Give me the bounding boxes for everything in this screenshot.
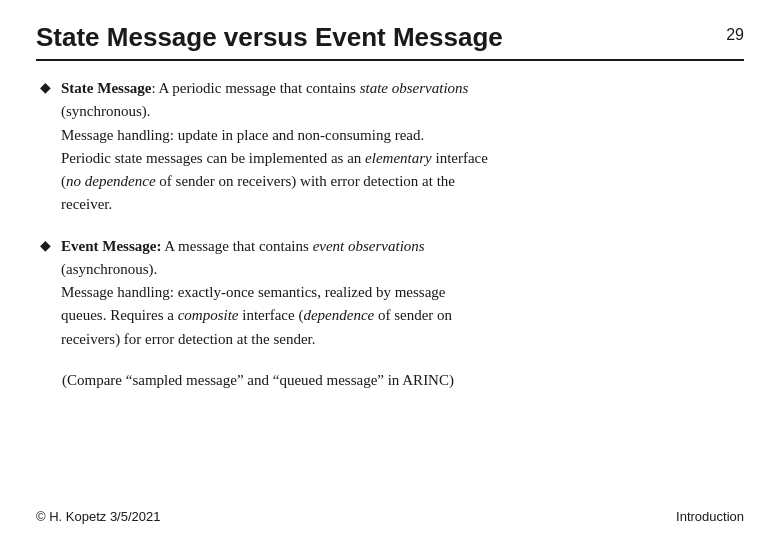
state-line5: receiver. xyxy=(61,196,112,212)
header-divider xyxy=(36,59,744,61)
event-line3b: interface ( xyxy=(238,307,303,323)
event-message-item: ◆ Event Message: A message that contains… xyxy=(40,235,740,351)
state-message-colon: : A periodic message that contains xyxy=(151,80,359,96)
state-line2: Message handling: update in place and no… xyxy=(61,127,424,143)
compare-text: (Compare “sampled message” and “queued m… xyxy=(62,369,740,392)
event-line4: receivers) for error detection at the se… xyxy=(61,331,315,347)
elementary-text: elementary xyxy=(365,150,432,166)
event-line3c: of sender on xyxy=(374,307,452,323)
state-line3a: Periodic state messages can be implement… xyxy=(61,150,365,166)
event-line2: Message handling: exactly-once semantics… xyxy=(61,284,445,300)
state-line3b: interface xyxy=(432,150,488,166)
event-message-text: Event Message: A message that contains e… xyxy=(61,235,452,351)
state-message-label: State Message xyxy=(61,80,151,96)
state-message-item: ◆ State Message: A periodic message that… xyxy=(40,77,740,217)
state-observations: state observations xyxy=(360,80,469,96)
bullet-diamond-2: ◆ xyxy=(40,237,51,254)
event-observations: event observations xyxy=(313,238,425,254)
footer: © H. Kopetz 3/5/2021 Introduction xyxy=(36,509,744,524)
slide-number: 29 xyxy=(726,26,744,44)
state-line1: (synchronous). xyxy=(61,103,151,119)
composite-text: composite xyxy=(178,307,239,323)
slide-title: State Message versus Event Message xyxy=(36,22,503,53)
footer-copyright: © H. Kopetz 3/5/2021 xyxy=(36,509,161,524)
event-line1: (asynchronous). xyxy=(61,261,157,277)
no-dependence-text: no dependence xyxy=(66,173,156,189)
slide-container: State Message versus Event Message 29 ◆ … xyxy=(0,0,780,540)
event-line3a: queues. Requires a xyxy=(61,307,178,323)
header-area: State Message versus Event Message 29 xyxy=(36,22,744,53)
event-message-label: Event Message: xyxy=(61,238,161,254)
event-message-intro: A message that contains xyxy=(161,238,312,254)
dependence-text: dependence xyxy=(303,307,374,323)
content-area: ◆ State Message: A periodic message that… xyxy=(36,77,744,392)
bullet-diamond-1: ◆ xyxy=(40,79,51,96)
state-line4b: of sender on receivers) with error detec… xyxy=(156,173,455,189)
footer-section: Introduction xyxy=(676,509,744,524)
state-message-text: State Message: A periodic message that c… xyxy=(61,77,488,217)
